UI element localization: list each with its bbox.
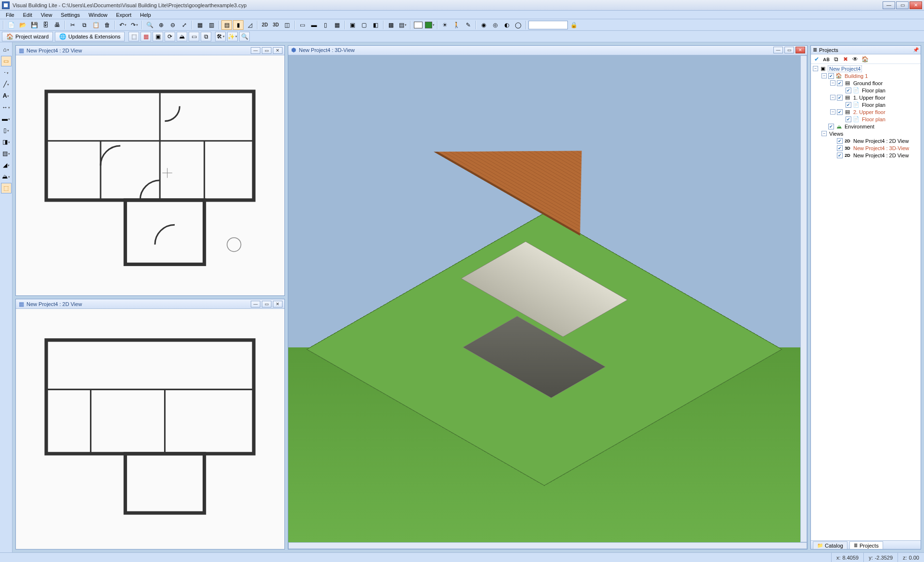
ruler-button[interactable]: ▤: [221, 20, 232, 30]
rename-icon[interactable]: ᴀʙ: [822, 55, 830, 63]
wiz-tool-area[interactable]: ▭: [189, 32, 199, 41]
save-button[interactable]: 💾: [29, 20, 39, 30]
tool-buildings[interactable]: ⌂: [1, 44, 12, 55]
wiz-tool-roof[interactable]: ⛰: [177, 32, 187, 41]
tool-roof[interactable]: ◢: [1, 160, 12, 170]
walk-button[interactable]: 🚶: [451, 20, 462, 30]
camera-button[interactable]: ✎: [463, 20, 474, 30]
open-file-button[interactable]: 📂: [17, 20, 28, 30]
plan-b-close[interactable]: ✕: [273, 301, 282, 307]
tree-view-3d[interactable]: ✔ 3D New Project4 : 3D-View: [830, 144, 919, 152]
new-file-button[interactable]: 📄: [6, 20, 16, 30]
show-transparent-button[interactable]: ▩: [386, 20, 397, 30]
visibility-icon[interactable]: 👁: [851, 55, 859, 63]
2d-view-button[interactable]: 2D: [260, 20, 270, 30]
plan-a-close[interactable]: ✕: [273, 47, 282, 54]
plan-b-max[interactable]: ▭: [262, 301, 271, 307]
copy-icon[interactable]: ⧉: [832, 55, 840, 63]
visibility-b-button[interactable]: ▢: [359, 20, 370, 30]
wiz-tool-wand[interactable]: ✨: [227, 32, 238, 41]
project-wizard-button[interactable]: 🏠 Project wizard: [2, 32, 53, 41]
copy-button[interactable]: ⧉: [79, 20, 90, 30]
menu-help[interactable]: Help: [136, 12, 155, 18]
tree-project-root[interactable]: − ▣ New Project4: [813, 65, 919, 72]
wiz-tool-windows[interactable]: ▣: [153, 32, 163, 41]
grid-button[interactable]: ▦: [194, 20, 205, 30]
plan-b-min[interactable]: —: [251, 301, 260, 307]
tree-upper-1[interactable]: − ✔ ▤ 1. Upper floor: [830, 94, 919, 101]
tree-upper-2-plan[interactable]: ✔ 📄 Floor plan: [839, 115, 919, 123]
3d-scroll-horizontal[interactable]: [288, 542, 807, 549]
tree-building[interactable]: − ✔ 🏠 Building 1: [821, 72, 919, 79]
visibility-a-button[interactable]: ▣: [347, 20, 358, 30]
tab-catalog[interactable]: 📁 Catalog: [813, 541, 847, 549]
snap-button[interactable]: ▥: [206, 20, 217, 30]
delete-button[interactable]: 🗑: [102, 20, 113, 30]
perspective-button[interactable]: ◫: [282, 20, 293, 30]
3d-view-button[interactable]: 3D: [271, 20, 281, 30]
menu-export[interactable]: Export: [112, 12, 135, 18]
print-button[interactable]: 🖶: [52, 20, 63, 30]
tree-environment[interactable]: ✔ ⛰ Environment: [821, 123, 919, 130]
wiz-tool-search[interactable]: 🔍: [239, 32, 250, 41]
visibility-c-button[interactable]: ◧: [371, 20, 381, 30]
tool-line[interactable]: ╱: [1, 79, 12, 89]
tree-ground-floor[interactable]: − ✔ ▤ Ground floor: [830, 79, 919, 87]
layer-combo[interactable]: [528, 21, 568, 29]
pin-button[interactable]: 📌: [913, 47, 919, 52]
3d-scroll-vertical[interactable]: [800, 55, 807, 542]
zoom-in-button[interactable]: ⊕: [156, 20, 167, 30]
lock-button[interactable]: 🔒: [569, 20, 579, 30]
cut-button[interactable]: ✂: [67, 20, 78, 30]
tree-views[interactable]: − Views: [821, 130, 919, 137]
angle-button[interactable]: ◿: [244, 20, 255, 30]
wiz-tool-palette[interactable]: ▦: [141, 32, 151, 41]
menu-file[interactable]: File: [2, 12, 18, 18]
show-layers-button[interactable]: ▤: [398, 20, 408, 30]
zoom-out-button[interactable]: ⊖: [167, 20, 178, 30]
split-h-button[interactable]: ▬: [309, 20, 320, 30]
close-button[interactable]: ✕: [910, 1, 922, 9]
section-button[interactable]: ▮: [233, 20, 244, 30]
split-v-button[interactable]: ▯: [321, 20, 331, 30]
check-3-button[interactable]: ◐: [501, 20, 512, 30]
check-2-button[interactable]: ◎: [490, 20, 500, 30]
check-icon[interactable]: ✔: [813, 55, 821, 63]
render-button[interactable]: ◯: [513, 20, 524, 30]
zoom-window-button[interactable]: 🔍: [144, 20, 155, 30]
home-icon[interactable]: 🏠: [861, 55, 869, 63]
undo-button[interactable]: ↶: [117, 20, 128, 30]
fill-color-button[interactable]: [413, 20, 424, 30]
zoom-extents-button[interactable]: ⤢: [179, 20, 190, 30]
3d-canvas[interactable]: [288, 55, 800, 542]
tool-point[interactable]: ･: [1, 67, 12, 78]
menu-view[interactable]: View: [37, 12, 56, 18]
maximize-button[interactable]: ▭: [896, 1, 909, 9]
3d-close[interactable]: ✕: [796, 47, 805, 53]
save-all-button[interactable]: 🗄: [40, 20, 51, 30]
wiz-tool-layers[interactable]: ⧉: [201, 32, 211, 41]
plan-a-canvas[interactable]: [16, 55, 284, 295]
tool-text[interactable]: A: [1, 90, 12, 101]
plan-a-max[interactable]: ▭: [262, 47, 271, 54]
tree-upper-1-plan[interactable]: ✔ 📄 Floor plan: [839, 101, 919, 108]
wiz-tool-floors[interactable]: ⬚: [128, 32, 139, 41]
tool-dim[interactable]: ↔: [1, 102, 12, 113]
tree-upper-2[interactable]: − ✔ ▤ 2. Upper floor: [830, 108, 919, 115]
tree-ground-floorplan[interactable]: ✔ 📄 Floor plan: [839, 87, 919, 94]
wiz-tool-settings[interactable]: 🛠: [215, 32, 226, 41]
paste-button[interactable]: 📋: [90, 20, 101, 30]
tool-wall[interactable]: ▬: [1, 114, 12, 124]
sun-button[interactable]: ☀: [440, 20, 450, 30]
menu-settings[interactable]: Settings: [57, 12, 84, 18]
tool-stairs[interactable]: ▤: [1, 148, 12, 159]
quad-view-button[interactable]: ▦: [332, 20, 343, 30]
minimize-button[interactable]: —: [883, 1, 895, 9]
updates-extensions-button[interactable]: 🌐 Updates & Extensions: [55, 32, 125, 41]
3d-max[interactable]: ▭: [784, 47, 794, 53]
check-1-button[interactable]: ◉: [478, 20, 489, 30]
tab-projects[interactable]: ≣ Projects: [849, 541, 883, 549]
delete-icon[interactable]: ✖: [842, 55, 849, 63]
tool-terrain[interactable]: ⛰: [1, 171, 12, 182]
redo-button[interactable]: ↷: [129, 20, 140, 30]
